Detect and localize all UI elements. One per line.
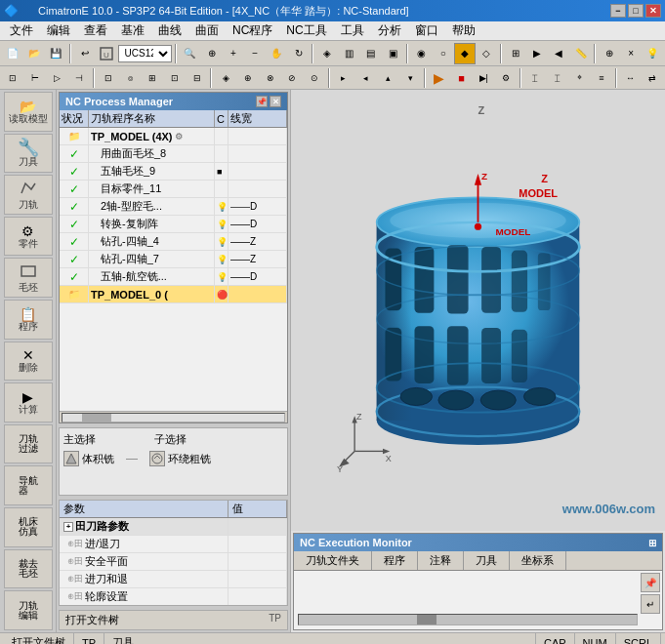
- view-iso[interactable]: ◈: [316, 43, 337, 64]
- param-row[interactable]: ⊕田 安全平面: [60, 553, 287, 571]
- light[interactable]: 💡: [643, 43, 663, 64]
- tb2-8[interactable]: ⊡: [164, 67, 186, 89]
- wireframe[interactable]: ○: [433, 43, 453, 64]
- nc-stop[interactable]: ■: [451, 67, 473, 89]
- tb2-21[interactable]: ⌖: [568, 67, 590, 89]
- tool-knife[interactable]: 🔧 刀具: [4, 134, 53, 174]
- param-row[interactable]: ⊕田 进/退刀: [60, 536, 287, 553]
- tool-stock[interactable]: 毛坯: [4, 258, 53, 298]
- table-row[interactable]: ✓ 五轴毛坯_9 ■: [60, 163, 287, 181]
- menu-nc-tools[interactable]: NC工具: [280, 21, 332, 40]
- view-front[interactable]: ▥: [339, 43, 359, 64]
- table-row[interactable]: ✓ 五轴-航空铣... 💡 ——D: [60, 268, 287, 286]
- zoom-window[interactable]: ⊕: [201, 43, 222, 64]
- tb2-24[interactable]: ⇄: [642, 67, 663, 89]
- tb2-6[interactable]: ⌾: [120, 67, 142, 89]
- zoom-all[interactable]: 🔍: [180, 43, 200, 64]
- measure[interactable]: 📏: [570, 43, 591, 64]
- tool-machine-sim[interactable]: 机床仿真: [4, 507, 53, 547]
- tab-coordinate[interactable]: 坐标系: [510, 551, 566, 570]
- menu-base[interactable]: 基准: [115, 21, 150, 40]
- nc-step[interactable]: ▶|: [473, 67, 494, 89]
- tb2-22[interactable]: ≡: [591, 67, 612, 89]
- tb2-14[interactable]: ⊙: [304, 67, 325, 89]
- tb2-10[interactable]: ◈: [215, 67, 236, 89]
- table-row[interactable]: ✓ 钻孔-四轴_7 💡 ——Z: [60, 251, 287, 268]
- table-row[interactable]: ✓ 2轴-型腔毛... 💡 ——D: [60, 198, 287, 216]
- nc-manager-pin[interactable]: 📌: [256, 96, 268, 107]
- param-row[interactable]: ⊕田 轮廓设置: [60, 588, 287, 605]
- ucs-select[interactable]: UCS12: [118, 45, 172, 62]
- param-row[interactable]: + 田 刀路参数: [60, 518, 287, 536]
- menu-window[interactable]: 窗口: [409, 21, 444, 40]
- expand-btn[interactable]: +: [63, 522, 73, 532]
- tab-toolpath-folder[interactable]: 刀轨文件夹: [294, 551, 372, 570]
- open-btn[interactable]: 📂: [23, 43, 44, 64]
- scrollbar-thumb[interactable]: [417, 615, 436, 624]
- render2[interactable]: ◇: [477, 43, 497, 64]
- tool-navigator[interactable]: 导航器: [4, 465, 53, 505]
- tb2-5[interactable]: ⊡: [98, 67, 119, 89]
- shading[interactable]: ◉: [411, 43, 432, 64]
- pan[interactable]: ✋: [267, 43, 287, 64]
- tb2-13[interactable]: ⊘: [282, 67, 304, 89]
- menu-nc-program[interactable]: NC程序: [227, 21, 278, 40]
- tb2-16[interactable]: ◂: [355, 67, 377, 89]
- monitor-scrollbar[interactable]: [298, 614, 638, 625]
- table-row[interactable]: ✓ 钻孔-四轴_4 💡 ——Z: [60, 233, 287, 251]
- open-file-tree-button[interactable]: 打开文件树 TP: [59, 610, 288, 630]
- render1[interactable]: ◆: [454, 43, 475, 64]
- tb2-17[interactable]: ▴: [378, 67, 399, 89]
- select-all[interactable]: ⊞: [505, 43, 525, 64]
- tb2-11[interactable]: ⊕: [237, 67, 259, 89]
- nc-scrollbar[interactable]: [60, 411, 287, 423]
- tool-calculate[interactable]: ▶ 计算: [4, 382, 53, 423]
- snap1[interactable]: ⊕: [599, 43, 619, 64]
- menu-help[interactable]: 帮助: [446, 21, 481, 40]
- sub-select-item[interactable]: 环绕粗铣: [149, 451, 211, 466]
- table-row[interactable]: ✓ 用曲面毛坯_8: [60, 145, 287, 163]
- monitor-btn2[interactable]: ↵: [641, 594, 660, 614]
- main-select-item[interactable]: 体积铣: [63, 451, 114, 466]
- tool-program[interactable]: 📋 程序: [4, 300, 53, 340]
- menu-analysis[interactable]: 分析: [372, 21, 407, 40]
- view-right[interactable]: ▣: [382, 43, 402, 64]
- save-btn[interactable]: 💾: [46, 43, 66, 64]
- tb2-7[interactable]: ⊞: [142, 67, 163, 89]
- zoom-in[interactable]: +: [223, 43, 243, 64]
- nc-monitor-pin[interactable]: ⊞: [648, 538, 656, 548]
- param-row[interactable]: ⊕田 进刀和退: [60, 571, 287, 588]
- table-row[interactable]: 📁 TP_MODEL_0 ( 🔴: [60, 286, 287, 303]
- tb2-20[interactable]: ⌶: [547, 67, 568, 89]
- menu-view[interactable]: 查看: [78, 21, 113, 40]
- tb2-9[interactable]: ⊟: [187, 67, 208, 89]
- tb2-1[interactable]: ⊡: [2, 67, 23, 89]
- tb2-4[interactable]: ⊣: [68, 67, 90, 89]
- nc-play[interactable]: ▶: [429, 67, 450, 89]
- rotate[interactable]: ↻: [288, 43, 309, 64]
- tool-toolpath[interactable]: 刀轨: [4, 175, 53, 215]
- menu-tools[interactable]: 工具: [335, 21, 370, 40]
- 3d-view[interactable]: Z Z MODEL: [291, 90, 665, 531]
- table-row[interactable]: ✓ 转换-复制阵 💡 ——D: [60, 216, 287, 233]
- tb2-18[interactable]: ▾: [399, 67, 421, 89]
- tb2-23[interactable]: ↔: [620, 67, 642, 89]
- undo-btn[interactable]: ↩: [74, 43, 95, 64]
- monitor-btn1[interactable]: 📌: [641, 573, 660, 592]
- tb-icon1[interactable]: U: [96, 43, 116, 64]
- nc-config[interactable]: ⚙: [495, 67, 517, 89]
- tab-notes[interactable]: 注释: [418, 551, 464, 570]
- table-row[interactable]: 📁 TP_MODEL (4X) ⚙: [60, 128, 287, 145]
- tb2-19[interactable]: ⌶: [524, 67, 546, 89]
- tool-path-edit[interactable]: 刀轨编辑: [4, 590, 53, 630]
- new-btn[interactable]: 📄: [2, 43, 22, 64]
- maximize-button[interactable]: □: [628, 4, 644, 18]
- snap2[interactable]: ×: [621, 43, 642, 64]
- tool-delete[interactable]: ✕ 删除: [4, 342, 53, 382]
- tb2-15[interactable]: ▸: [333, 67, 354, 89]
- nc-manager-close[interactable]: ✕: [270, 96, 281, 107]
- zoom-out[interactable]: −: [245, 43, 266, 64]
- tool-part[interactable]: ⚙ 零件: [4, 217, 53, 257]
- tab-tools[interactable]: 刀具: [464, 551, 510, 570]
- tb2-2[interactable]: ⊢: [24, 67, 46, 89]
